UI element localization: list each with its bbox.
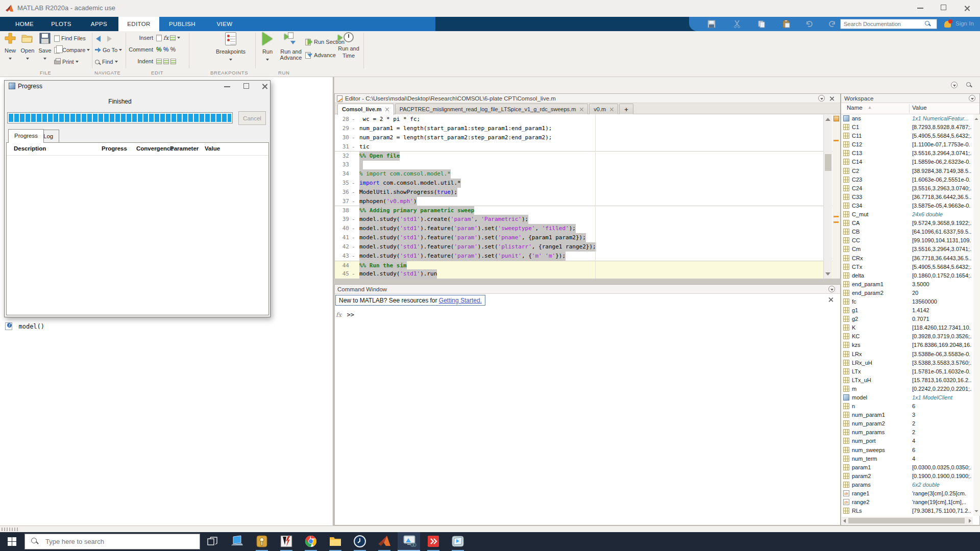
column-name-label[interactable]: Name (847, 105, 863, 111)
drag-grip-icon[interactable] (2, 528, 19, 531)
workspace-row-KC[interactable]: KC[0.3928,0.3719,0.3526;. (841, 332, 979, 341)
workspace-menu-icon[interactable] (969, 95, 975, 102)
ws-scroll-down-icon[interactable] (975, 510, 978, 512)
indent-right-icon[interactable] (163, 59, 169, 64)
variable-value[interactable]: [0.0300,0.0325,0.0350;. (912, 464, 972, 470)
taskbar-app-file-explorer[interactable] (324, 532, 347, 551)
variable-value[interactable]: [3.5516,3.2963,3.0740;. (912, 185, 972, 191)
workspace-row-m[interactable]: m[0.2242,0.2220,0.2201;. (841, 385, 979, 393)
variable-name[interactable]: param2 (852, 473, 871, 479)
code-line-41[interactable]: 41-model.study('std1').feature('param').… (335, 233, 840, 242)
window-minimize-button[interactable] (910, 0, 933, 16)
variable-name[interactable]: KC (852, 333, 860, 339)
variable-name[interactable]: C13 (852, 150, 862, 156)
compare-button[interactable]: Compare (54, 46, 90, 55)
documentation-search-input[interactable] (840, 19, 937, 29)
variable-value[interactable]: 1x1 ModelClient (912, 394, 972, 400)
variable-value[interactable]: [79.3081,75.1100,71.2.. (912, 508, 972, 514)
workspace-row-end_param1[interactable]: end_param13.5000 (841, 280, 979, 289)
banner-close-icon[interactable] (828, 297, 834, 302)
code-line-43[interactable]: 43-model.study('std1').feature('param').… (335, 252, 840, 261)
uncomment-icon[interactable]: % (163, 46, 169, 53)
variable-value[interactable]: 1.4142 (912, 307, 972, 313)
workspace-row-num_sweeps[interactable]: num_sweeps6 (841, 446, 979, 455)
workspace-row-RLs[interactable]: RLs[79.3081,75.1100,71.2.. (841, 507, 979, 515)
ribbon-tab-publish[interactable]: PUBLISH (159, 17, 205, 31)
comment-icon[interactable]: % (156, 46, 162, 53)
tab-close-icon[interactable] (385, 107, 389, 111)
variable-value[interactable]: 3 (912, 412, 972, 418)
breakpoint-alley[interactable]: - (352, 133, 355, 142)
ribbon-tab-apps[interactable]: APPS (80, 17, 118, 31)
variable-value[interactable]: [64.1096,61.6337,59.5.. (912, 229, 972, 235)
workspace-row-C12[interactable]: C12[1.1100e-07,1.7753e-0. (841, 140, 979, 149)
breakpoint-alley[interactable]: - (352, 188, 355, 197)
variable-name[interactable]: CB (852, 229, 860, 235)
breakpoint-alley[interactable]: - (352, 233, 355, 242)
variable-name[interactable]: C2 (852, 168, 859, 174)
editor-scrollbar[interactable] (823, 115, 832, 279)
go-to-button[interactable]: Go To (95, 46, 122, 55)
workspace-row-CA[interactable]: CA[9.5724,9.3658,9.1922;. (841, 219, 979, 228)
variable-value[interactable]: [15.7813,16.0320,16.2.. (912, 377, 972, 383)
variable-name[interactable]: Cm (852, 246, 861, 252)
variable-name[interactable]: delta (852, 272, 864, 279)
workspace-row-CC[interactable]: CC[99.1090,104.1131,109. (841, 236, 979, 245)
tab-close-icon[interactable] (609, 107, 614, 111)
find-button[interactable]: Find (95, 58, 118, 66)
variable-value[interactable]: 2 (912, 429, 972, 435)
variable-name[interactable]: m (852, 386, 856, 392)
code-line-40[interactable]: 40-model.study('std1').feature('param').… (335, 224, 840, 233)
taskbar-app-remote-display[interactable] (398, 532, 420, 551)
variable-value[interactable]: [0.1900,0.1900,0.1900;. (912, 473, 972, 479)
code-line-34[interactable]: 34% import com.comsol.model.* (335, 169, 840, 179)
workspace-row-C23[interactable]: C23[1.6063e-06,2.5551e-0. (841, 176, 979, 184)
workspace-row-g1[interactable]: g11.4142 (841, 306, 979, 315)
code-line-35[interactable]: 35-import com.comsol.model.util.* (335, 179, 840, 188)
breakpoint-alley[interactable]: - (352, 115, 355, 124)
variable-name[interactable]: params (852, 482, 871, 488)
undo-icon[interactable] (805, 20, 814, 28)
variable-name[interactable]: num_port (852, 438, 875, 444)
breakpoint-alley[interactable]: - (352, 269, 355, 279)
editor-tab-Comsol_live.m[interactable]: Comsol_live.m (337, 104, 394, 115)
warning-marker[interactable] (834, 216, 839, 217)
workspace-row-LTx[interactable]: LTx[1.5781e-05,1.6032e-0. (841, 367, 979, 376)
variable-name[interactable]: num_term (852, 456, 877, 462)
ws-scroll-left-icon[interactable] (843, 519, 846, 523)
dialog-maximize-icon[interactable] (243, 83, 249, 89)
variable-value[interactable]: 6x2 double (912, 482, 972, 488)
workspace-row-LRx[interactable]: LRx[3.5388e-06,3.5583e-0. (841, 350, 979, 359)
ws-scroll-right-icon[interactable] (969, 519, 971, 523)
warning-marker[interactable] (834, 140, 839, 141)
code-line-28[interactable]: 28- wc = 2 * pi * fc; (335, 115, 840, 124)
taskbar-app-media-app[interactable] (447, 532, 469, 551)
variable-value[interactable]: [0.3928,0.3719,0.3526;. (912, 333, 972, 339)
variable-name[interactable]: end_param2 (852, 290, 884, 296)
variable-value[interactable]: [3.5516,3.2964,3.0741;. (912, 246, 972, 252)
variable-value[interactable]: [36.7718,36.6442,36.5.. (912, 194, 972, 200)
scroll-up-icon[interactable] (825, 118, 830, 121)
column-divider[interactable] (909, 104, 910, 113)
variable-name[interactable]: n (852, 403, 855, 409)
variable-name[interactable]: C34 (852, 203, 862, 209)
redo-icon[interactable] (828, 20, 836, 28)
code-area[interactable]: 28- wc = 2 * pi * fc;29-num_param1 = len… (335, 115, 840, 279)
variable-value[interactable]: 6 (912, 403, 972, 409)
ribbon-tab-view[interactable]: VIEW (205, 17, 244, 31)
variable-name[interactable]: LRx_uH (852, 360, 872, 366)
workspace-row-g2[interactable]: g20.7071 (841, 315, 979, 323)
smart-indent-icon[interactable] (156, 59, 162, 64)
breakpoint-alley[interactable]: - (352, 142, 355, 152)
completion-item-model[interactable]: model() (5, 321, 44, 331)
variable-name[interactable]: ans (852, 115, 861, 121)
variable-value[interactable]: [118.4260,112.7341,10. (912, 324, 972, 331)
code-line-36[interactable]: 36-ModelUtil.showProgress(true); (335, 188, 840, 197)
ribbon-tab-editor[interactable]: EDITOR (118, 17, 159, 31)
command-window-panel[interactable]: Command Window New to MATLAB? See resour… (334, 284, 841, 525)
command-window-menu-icon[interactable] (828, 286, 835, 292)
variable-name[interactable]: end_param1 (852, 281, 884, 287)
workspace-row-CTx[interactable]: CTx[5.4905,5.5684,5.6432;. (841, 263, 979, 271)
variable-value[interactable]: [36.7718,36.6443,36.5.. (912, 255, 972, 261)
find-files-button[interactable]: Find Files (54, 35, 86, 43)
